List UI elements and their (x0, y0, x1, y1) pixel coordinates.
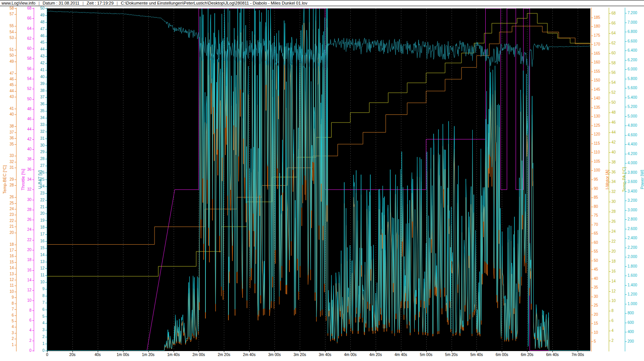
temp_pa-tick (609, 113, 611, 113)
u_bat-tick (45, 351, 47, 351)
u_bat-tick-label: 19 (31, 219, 44, 222)
throttle-tick-label: 52 (18, 87, 31, 91)
temp_bec-tick-label: 47 (0, 72, 14, 75)
i_motor-tick (591, 54, 593, 54)
throttle-tick-label: 60 (18, 47, 31, 51)
throttle-tick-label: 46 (18, 117, 31, 121)
temp_bec-tick (15, 274, 16, 274)
x-tick (300, 351, 300, 352)
i_motor-tick (591, 315, 593, 315)
x-tick (426, 351, 427, 352)
u_bat-tick (45, 323, 47, 323)
temp_pa-tick (609, 63, 611, 64)
x-axis-line (47, 351, 590, 351)
plot-canvas[interactable] (47, 8, 590, 351)
u_bat-tick (45, 111, 47, 111)
throttle-tick-label: 30 (18, 198, 31, 202)
temp_bec-tick (15, 297, 16, 298)
temp_bec-tick-label: 8 (0, 302, 14, 305)
i_motor-tick (591, 333, 593, 333)
power-tick-label: 7.000 (628, 21, 641, 25)
temp_bec-tick-label: 41 (0, 107, 14, 111)
temp_bec-tick (15, 309, 16, 310)
titlebar-site[interactable]: www.LogView.info (2, 0, 35, 6)
i_motor-tick (591, 261, 593, 261)
power-tick (625, 219, 627, 220)
temp_pa-tick (609, 172, 611, 173)
u_bat-axis-line (47, 8, 47, 351)
u_bat-tick (45, 97, 47, 98)
temp_bec-tick-label: 3 (0, 331, 14, 335)
temp_bec-tick-label: 4 (0, 325, 14, 329)
temp_bec-tick-label: 7 (0, 307, 14, 311)
x-tick-label: 7m 00s (562, 353, 593, 357)
power-tick-label: 5.400 (628, 96, 641, 100)
x-tick (123, 351, 123, 352)
power-tick (625, 154, 627, 154)
i_motor-tick (591, 62, 593, 63)
i_motor-tick (591, 305, 593, 306)
temp_bec-tick-label: 43 (0, 95, 14, 99)
u_bat-tick (45, 221, 47, 221)
i_motor-tick (591, 270, 593, 270)
i_motor-tick (591, 216, 593, 216)
temp_bec-tick-label: 57 (0, 12, 14, 16)
titlebar-separator: | (82, 0, 84, 6)
power-tick (625, 313, 627, 314)
i_motor-tick (591, 134, 593, 135)
temp_bec-tick (15, 79, 16, 80)
u_bat-tick-label: 34 (31, 116, 44, 120)
temp_pa-tick-label: 8 (611, 309, 625, 313)
u_bat-tick-label: 8 (31, 294, 44, 298)
power-tick (625, 266, 627, 267)
u_bat-tick (45, 63, 47, 64)
i_motor-tick (591, 297, 593, 297)
u_bat-tick-label: 37 (31, 95, 44, 99)
i_motor-tick-label: 120 (594, 132, 608, 136)
temp_bec-tick (15, 114, 16, 115)
temp_bec-tick-label: 26 (0, 195, 14, 199)
x-tick (98, 351, 98, 352)
power-tick-label: 6.400 (628, 49, 641, 52)
i_motor-tick-label: 155 (594, 70, 608, 74)
power-tick-label: 3.400 (628, 189, 641, 193)
temp_pa-tick-label: 38 (611, 160, 625, 164)
throttle-tick-label: 50 (18, 97, 31, 101)
i_motor-tick-label: 80 (594, 205, 608, 209)
temp_pa-tick-label: 10 (611, 299, 625, 303)
u_bat-tick (45, 310, 47, 310)
power-tick (625, 248, 627, 248)
temp_bec-tick-label: 49 (0, 60, 14, 64)
temp_pa-tick (609, 132, 611, 133)
temp_bec-tick-label: 6 (0, 314, 14, 317)
x-tick (401, 351, 401, 352)
u_bat-tick (45, 84, 47, 84)
i_motor-tick (591, 80, 593, 81)
i_motor-tick (591, 116, 593, 117)
temp_bec-tick-label: 10 (0, 290, 14, 294)
x-tick (452, 351, 452, 352)
u_bat-tick (45, 241, 47, 242)
power-tick-label: 7.200 (628, 11, 641, 15)
u_bat-tick-label: 45 (31, 41, 44, 44)
u_bat-tick-label: 12 (31, 266, 44, 270)
u_bat-tick-label: 18 (31, 225, 44, 229)
u_bat-tick-label: 2 (31, 335, 44, 339)
i_motor-tick-label: 30 (594, 295, 608, 299)
temp_pa-tick (609, 33, 611, 34)
throttle-tick (32, 189, 34, 190)
power-tick (625, 88, 627, 88)
x-tick (552, 351, 553, 352)
temp_pa-tick-label: 22 (611, 240, 625, 243)
u_bat-tick-label: 16 (31, 239, 44, 243)
temp_bec-tick-label: 23 (0, 213, 14, 217)
temp_bec-tick (15, 233, 16, 233)
throttle-tick-label: 44 (18, 127, 31, 131)
x-tick (476, 351, 477, 352)
u_bat-tick (45, 200, 47, 201)
throttle-tick-label: 42 (18, 137, 31, 141)
power-tick-label: 1.200 (628, 292, 641, 296)
u_bat-tick (45, 186, 47, 187)
u_bat-tick (45, 317, 47, 317)
x-tick (376, 351, 376, 352)
